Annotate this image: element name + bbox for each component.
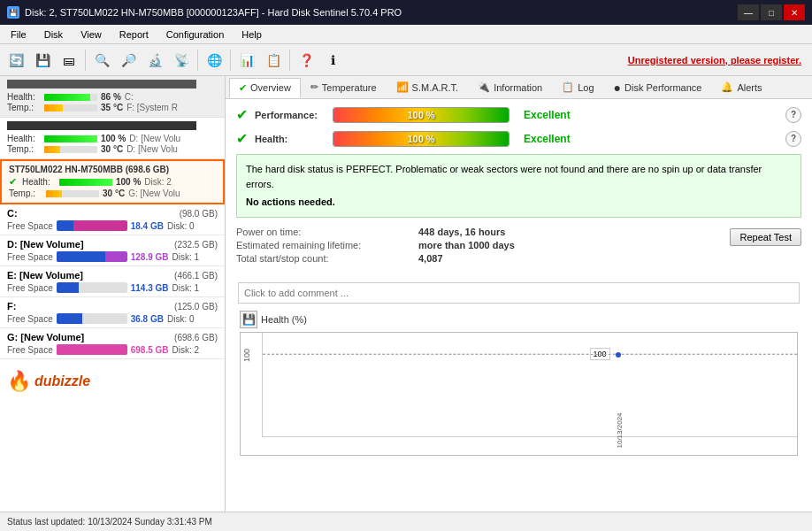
start-stop-val: 4,087 (418, 253, 443, 264)
menu-configuration[interactable]: Configuration (159, 27, 231, 42)
drive-c-name: C: (7, 208, 18, 219)
disk0-health-label: Health: (7, 92, 41, 102)
title-bar-left: 💾 Disk: 2, ST750LM022 HN-M750MBB [000000… (7, 6, 402, 19)
disk1-health-row: Health: 100 % D: [New Volu (7, 134, 218, 143)
disk1-temp-row: Temp.: 30 °C D: [New Volu (7, 144, 218, 154)
disk2-health-bar (59, 179, 112, 186)
tab-information-icon: 🔌 (478, 81, 490, 93)
disk-item-0[interactable]: Health: 86 % C: Temp.: 35 °C F: [System … (0, 76, 225, 118)
drive-g-free: Free Space 698.5 GB Disk: 2 (7, 344, 218, 355)
scan-button2[interactable]: 🔎 (116, 48, 141, 73)
toolbar-separator-1 (85, 50, 86, 71)
start-stop-row: Total start/stop count: 4,087 (236, 253, 515, 264)
toolbar-separator-3 (230, 50, 231, 71)
menu-disk[interactable]: Disk (37, 27, 70, 42)
scan-button4[interactable]: 📡 (169, 48, 194, 73)
drive-f[interactable]: F: (125.0 GB) Free Space 36.8 GB Disk: 0 (0, 297, 225, 328)
performance-label: Performance: (255, 110, 326, 120)
disk2-health-val: 100 % (116, 177, 141, 187)
menu-help[interactable]: Help (234, 27, 269, 42)
schedule-button[interactable]: 🌐 (202, 48, 226, 73)
menu-view[interactable]: View (73, 27, 109, 42)
chart-y-axis-label: 100 (242, 349, 251, 362)
remaining-key: Estimated remaining lifetime: (236, 240, 404, 250)
tab-overview[interactable]: ✔ Overview (229, 78, 301, 98)
disk0-temp-val: 35 °C (101, 103, 123, 112)
performance-bar-fill: 100 % (333, 108, 509, 122)
health-bar-fill: 100 % (333, 132, 509, 146)
disk2-temp-extra: G: [New Volu (128, 189, 180, 198)
help-toolbar-button[interactable]: ❓ (294, 48, 318, 73)
menu-file[interactable]: File (4, 27, 34, 42)
health-status: Excellent (524, 133, 571, 145)
tab-smart[interactable]: 📶 S.M.A.R.T. (387, 77, 469, 97)
drive-d[interactable]: D: [New Volume] (232.5 GB) Free Space 12… (0, 235, 225, 266)
report-button[interactable]: 📊 (234, 48, 259, 73)
drive-d-free: Free Space 128.9 GB Disk: 1 (7, 251, 218, 262)
drive-f-bar (57, 313, 127, 324)
drive-g-free-val: 698.5 GB (131, 345, 169, 355)
tab-disk-performance[interactable]: ● Disk Performance (604, 76, 712, 99)
tab-temperature[interactable]: ✏ Temperature (301, 77, 387, 97)
power-on-val: 448 days, 16 hours (418, 227, 505, 237)
repeat-test-button[interactable]: Repeat Test (730, 228, 801, 246)
disk-info-button[interactable]: 💾 (30, 48, 55, 73)
drive-c-header: C: (98.0 GB) (7, 208, 218, 219)
disk0-temp-bar (44, 104, 97, 112)
unregistered-notice[interactable]: Unregistered version, please register. (628, 55, 801, 65)
drive-c[interactable]: C: (98.0 GB) Free Space 18.4 GB Disk: 0 (0, 204, 225, 235)
drive-d-bar (57, 251, 127, 262)
health-help-button[interactable]: ? (785, 131, 801, 147)
chart-data-point (616, 352, 621, 358)
overview-panel: ✔ Performance: 100 % Excellent ? ✔ Healt… (226, 99, 812, 463)
tab-disk-performance-label: Disk Performance (624, 82, 701, 93)
tab-alerts[interactable]: 🔔 Alerts (711, 77, 771, 97)
drive-d-disk: Disk: 1 (172, 252, 200, 262)
tab-overview-icon: ✔ (239, 82, 247, 94)
title-bar: 💾 Disk: 2, ST750LM022 HN-M750MBB [000000… (0, 0, 812, 25)
health-chart-label: Health (%) (261, 314, 307, 325)
scan-button[interactable]: 🔍 (89, 48, 114, 73)
drive-e[interactable]: E: [New Volume] (466.1 GB) Free Space 11… (0, 266, 225, 297)
drive-e-free: Free Space 114.3 GB Disk: 1 (7, 282, 218, 293)
tab-information[interactable]: 🔌 Information (468, 77, 552, 97)
drive-e-free-val: 114.3 GB (131, 283, 169, 293)
drive-d-name: D: [New Volume] (7, 239, 84, 250)
toolbar: 🔄 💾 🖴 🔍 🔎 🔬 📡 🌐 📊 📋 ❓ ℹ Unregistered ver… (0, 44, 812, 76)
tab-log-label: Log (578, 82, 594, 93)
performance-status: Excellent (524, 109, 571, 121)
left-panel: Health: 86 % C: Temp.: 35 °C F: [System … (0, 76, 226, 512)
drive-g[interactable]: G: [New Volume] (698.6 GB) Free Space 69… (0, 328, 225, 359)
chart-save-button[interactable]: 💾 (240, 311, 257, 328)
disk-item-1[interactable]: Health: 100 % D: [New Volu Temp.: 30 °C … (0, 118, 225, 159)
power-on-time-row: Power on time: 448 days, 16 hours (236, 227, 515, 237)
tab-log[interactable]: 📋 Log (552, 77, 603, 97)
tab-temperature-icon: ✏ (310, 81, 318, 93)
tab-bar: ✔ Overview ✏ Temperature 📶 S.M.A.R.T. 🔌 … (226, 76, 812, 99)
alert-button[interactable]: 📋 (261, 48, 286, 73)
disk1-drive: D: [New Volu (129, 134, 180, 143)
chart-dashed-line (263, 354, 797, 355)
minimize-button[interactable]: — (738, 4, 759, 20)
disk2-temp-label: Temp.: (9, 189, 42, 198)
close-button[interactable]: ✕ (784, 4, 805, 20)
performance-help-button[interactable]: ? (785, 107, 801, 123)
disk2-header: ST750LM022 HN-M750MBB (698.6 GB) (9, 165, 216, 174)
refresh-button[interactable]: 🔄 (4, 48, 28, 73)
disk-button2[interactable]: 🖴 (57, 48, 81, 73)
disk-item-2[interactable]: ST750LM022 HN-M750MBB (698.6 GB) ✔ Healt… (0, 159, 225, 204)
scan-button3[interactable]: 🔬 (142, 48, 167, 73)
drive-f-free: Free Space 36.8 GB Disk: 0 (7, 313, 218, 324)
drive-f-disk: Disk: 0 (167, 314, 195, 324)
status-text: Status last updated: 10/13/2024 Sunday 3… (7, 517, 212, 527)
drive-g-name: G: [New Volume] (7, 332, 84, 342)
maximize-button[interactable]: □ (761, 4, 782, 20)
info-toolbar-button[interactable]: ℹ (320, 48, 345, 73)
window-title: Disk: 2, ST750LM022 HN-M750MBB [00000012… (25, 7, 402, 18)
tab-alerts-label: Alerts (737, 82, 762, 93)
menu-report[interactable]: Report (112, 27, 156, 42)
power-on-key: Power on time: (236, 227, 404, 237)
health-chart-area: 100 100 10/13/2024 (240, 332, 798, 456)
logo-flame-icon: 🔥 (7, 370, 31, 393)
comment-input[interactable] (238, 282, 800, 304)
